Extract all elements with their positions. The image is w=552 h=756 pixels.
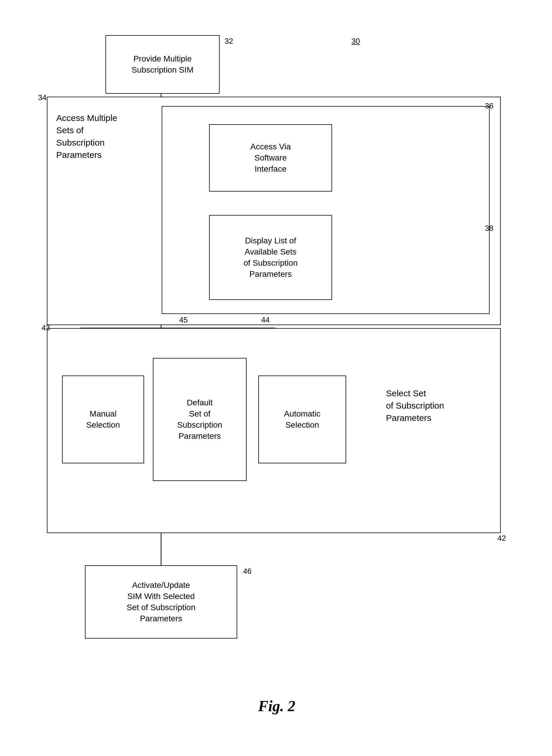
figure-label: Fig. 2 [258, 698, 295, 715]
activate-update-label: Activate/UpdateSIM With SelectedSet of S… [127, 580, 195, 624]
default-set-label: DefaultSet ofSubscriptionParameters [177, 397, 222, 442]
ref-34: 34 [38, 93, 46, 102]
ref-45: 45 [179, 316, 188, 325]
container-36: Access ViaSoftwareInterface Display List… [162, 106, 490, 314]
ref-32: 32 [225, 37, 233, 46]
provide-sim-box: Provide MultipleSubscription SIM [106, 35, 220, 94]
access-multiple-label: Access MultipleSets ofSubscriptionParame… [56, 112, 156, 161]
container-34: Access MultipleSets ofSubscriptionParame… [47, 97, 501, 325]
display-list-box: Display List ofAvailable Setsof Subscrip… [209, 215, 332, 300]
manual-selection-label: ManualSelection [86, 408, 120, 430]
access-via-software-box: Access ViaSoftwareInterface [209, 124, 332, 192]
automatic-selection-box: AutomaticSelection [258, 376, 346, 463]
select-set-label: Select Setof SubscriptionParameters [386, 387, 492, 424]
access-via-software-label: Access ViaSoftwareInterface [250, 141, 291, 174]
ref-36: 36 [485, 101, 494, 110]
ref-44: 44 [261, 316, 270, 325]
ref-43: 43 [41, 324, 50, 333]
container-42: ManualSelection DefaultSet ofSubscriptio… [47, 328, 501, 533]
manual-selection-box: ManualSelection [62, 376, 144, 463]
provide-sim-label: Provide MultipleSubscription SIM [132, 53, 193, 76]
automatic-selection-label: AutomaticSelection [284, 408, 321, 430]
activate-update-box: Activate/UpdateSIM With SelectedSet of S… [85, 565, 237, 639]
ref-38: 38 [485, 224, 494, 233]
ref-42: 42 [498, 534, 506, 543]
default-set-box: DefaultSet ofSubscriptionParameters [153, 358, 247, 481]
display-list-label: Display List ofAvailable Setsof Subscrip… [243, 235, 297, 279]
ref-46: 46 [243, 567, 252, 576]
diagram-container: Provide MultipleSubscription SIM 32 30 A… [35, 18, 518, 721]
ref-30: 30 [352, 37, 360, 46]
